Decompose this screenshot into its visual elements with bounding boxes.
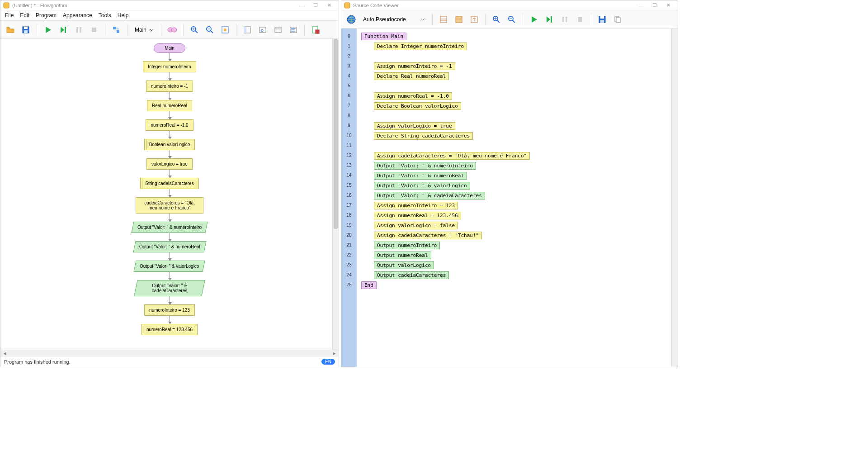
- code-chip[interactable]: Assign numeroReal = 123.456: [374, 212, 461, 219]
- zoom-in-icon[interactable]: [490, 13, 503, 26]
- style-icon[interactable]: [110, 24, 123, 36]
- flow-node-assign[interactable]: cadeiaCaracteres = "Olá, meu nome é Fran…: [136, 197, 203, 214]
- code-chip[interactable]: Assign valorLogico = true: [374, 122, 455, 130]
- flow-node-assign[interactable]: numeroInteiro = -1: [146, 81, 193, 92]
- code-chip[interactable]: Output numeroInteiro: [374, 242, 440, 249]
- maximize-button[interactable]: ☐: [648, 2, 661, 8]
- minimize-button[interactable]: —: [634, 3, 648, 8]
- svg-marker-50: [532, 16, 537, 23]
- flowgorithm-window: (Untitled) * - Flowgorithm — ☐ ✕ File Ed…: [0, 0, 339, 367]
- flow-node-out[interactable]: Output "Valor: " & cadeiaCaracteres: [134, 280, 205, 296]
- code-chip[interactable]: Declare Integer numeroInteiro: [374, 43, 467, 50]
- code-chip[interactable]: Output cadeiaCaracteres: [374, 271, 449, 279]
- close-button[interactable]: ✕: [661, 2, 675, 8]
- code-chip[interactable]: End: [361, 281, 377, 289]
- minimize-button[interactable]: —: [295, 3, 309, 8]
- language-badge[interactable]: EN: [321, 359, 335, 365]
- menu-file[interactable]: File: [5, 12, 14, 19]
- zoom-out-icon[interactable]: [203, 24, 216, 36]
- panel1-icon[interactable]: [241, 24, 254, 36]
- variable-icon[interactable]: x=: [256, 24, 269, 36]
- svg-rect-7: [76, 27, 78, 33]
- source-icon[interactable]: [287, 24, 300, 36]
- svg-rect-52: [551, 16, 552, 23]
- svg-rect-60: [616, 18, 620, 23]
- code-chip[interactable]: Output "Valor: " & numeroReal: [374, 172, 467, 180]
- svg-rect-58: [600, 20, 604, 23]
- view2-icon[interactable]: [453, 13, 465, 26]
- zoom-out-icon[interactable]: [505, 13, 518, 26]
- vscrollbar[interactable]: [332, 39, 339, 350]
- flow-node-out[interactable]: Output "Valor: " & valorLogico: [134, 261, 206, 272]
- pause-icon[interactable]: [558, 13, 571, 26]
- layout-icon[interactable]: [219, 24, 231, 36]
- stop-icon[interactable]: [88, 24, 100, 36]
- flow-node-decl[interactable]: Boolean valorLogico: [144, 139, 195, 150]
- code-chip[interactable]: Declare String cadeiaCaracteres: [374, 132, 473, 140]
- view1-icon[interactable]: [437, 13, 450, 26]
- menu-program[interactable]: Program: [36, 12, 57, 19]
- menu-tools[interactable]: Tools: [99, 12, 111, 19]
- flowchart-canvas[interactable]: MainInteger numeroInteironumeroInteiro =…: [0, 39, 339, 350]
- globe-icon[interactable]: [345, 13, 358, 26]
- svg-rect-54: [566, 17, 567, 22]
- code-chip[interactable]: Output numeroReal: [374, 252, 431, 259]
- code-chip[interactable]: Output "Valor: " & valorLogico: [374, 182, 470, 190]
- menu-help[interactable]: Help: [118, 12, 129, 19]
- run-icon[interactable]: [528, 13, 540, 26]
- stop-icon[interactable]: [574, 13, 586, 26]
- flow-node-out[interactable]: Output "Valor: " & numeroReal: [133, 241, 206, 252]
- code-chip[interactable]: Assign valorLogico = false: [374, 222, 458, 229]
- svg-point-22: [224, 28, 226, 31]
- code-chip[interactable]: Function Main: [361, 33, 406, 40]
- save-icon[interactable]: [596, 13, 609, 26]
- maximize-button[interactable]: ☐: [309, 2, 322, 8]
- code-chip[interactable]: Declare Real numeroReal: [374, 72, 449, 80]
- svg-line-44: [497, 20, 500, 23]
- code-chip[interactable]: Assign cadeiaCaracteres = "Olá, meu nome…: [374, 152, 530, 160]
- flow-node-out[interactable]: Output "Valor: " & numeroInteiro: [131, 222, 208, 233]
- code-chip[interactable]: Output "Valor: " & cadeiaCaracteres: [374, 192, 485, 199]
- pause-icon[interactable]: [72, 24, 85, 36]
- open-icon[interactable]: [4, 24, 17, 36]
- step-icon[interactable]: [543, 13, 556, 26]
- svg-rect-3: [24, 30, 28, 33]
- view3-icon[interactable]: [468, 13, 481, 26]
- code-chip[interactable]: Assign numeroInteiro = -1: [374, 62, 455, 70]
- code-chip[interactable]: Assign numeroInteiro = 123: [374, 202, 458, 209]
- code-chip[interactable]: Output "Valor: " & numeroInteiro: [374, 162, 476, 170]
- flow-node-assign[interactable]: valorLogico = true: [146, 158, 193, 170]
- svg-line-19: [211, 31, 213, 33]
- code-body[interactable]: Function MainDeclare Integer numeroIntei…: [357, 28, 671, 367]
- vscrollbar[interactable]: [671, 28, 678, 367]
- console-icon[interactable]: [272, 24, 284, 36]
- run-icon[interactable]: [42, 24, 54, 36]
- code-chip[interactable]: Assign cadeiaCaracteres = "Tchau!": [374, 232, 482, 239]
- copy-icon[interactable]: [611, 13, 624, 26]
- step-icon[interactable]: [57, 24, 70, 36]
- code-chip[interactable]: Declare Boolean valorLogico: [374, 102, 461, 110]
- flow-node-assign[interactable]: numeroReal = -1.0: [146, 119, 193, 131]
- hscrollbar[interactable]: ◄►: [0, 350, 339, 356]
- line-gutter: 0123456789101112131415161718192021222324…: [341, 28, 357, 367]
- zoom-in-icon[interactable]: [188, 24, 201, 36]
- export-icon[interactable]: [309, 24, 322, 36]
- svg-rect-35: [344, 3, 350, 8]
- flow-node-decl[interactable]: Integer numeroInteiro: [143, 61, 196, 72]
- language-selector[interactable]: Auto Pseudocode: [360, 15, 428, 24]
- code-chip[interactable]: Assign numeroReal = -1.0: [374, 92, 452, 100]
- code-chip[interactable]: Output valorLogico: [374, 261, 434, 269]
- flow-node-term[interactable]: Main: [154, 43, 185, 53]
- save-icon[interactable]: [19, 24, 32, 36]
- menu-edit[interactable]: Edit: [20, 12, 29, 19]
- function-selector[interactable]: Main: [132, 26, 156, 34]
- menu-appearance[interactable]: Appearance: [63, 12, 92, 19]
- svg-rect-9: [92, 28, 96, 32]
- add-shape-icon[interactable]: [166, 24, 179, 36]
- flow-node-decl[interactable]: Real numeroReal: [147, 100, 192, 111]
- flow-node-assign[interactable]: numeroReal = 123.456: [142, 324, 198, 335]
- close-button[interactable]: ✕: [322, 2, 336, 8]
- flow-node-assign[interactable]: numeroInteiro = 123: [144, 304, 195, 316]
- window-title: (Untitled) * - Flowgorithm: [12, 3, 67, 8]
- flow-node-decl[interactable]: String cadeiaCaracteres: [140, 178, 198, 189]
